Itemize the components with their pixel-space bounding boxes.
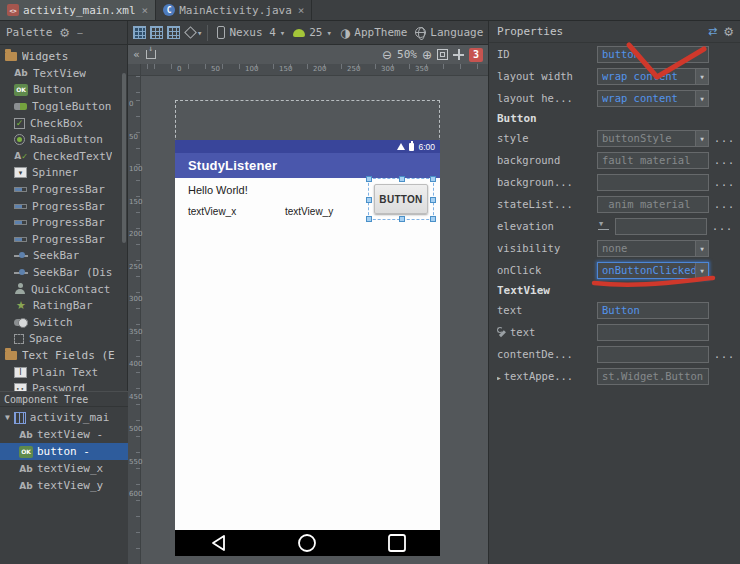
palette-item-radiobutton[interactable]: RadioButton <box>0 131 127 148</box>
close-icon[interactable]: × <box>142 4 149 17</box>
tree-item-button[interactable]: button - <box>0 443 128 460</box>
property-field-id[interactable]: button <box>597 46 709 63</box>
tree-item-textview[interactable]: textView - <box>0 426 128 443</box>
tree-item-activity-mai[interactable]: ▼activity_mai <box>0 409 128 426</box>
palette-group-widgets[interactable]: Widgets <box>0 48 127 65</box>
palette-item-progressbar[interactable]: ProgressBar <box>0 181 127 198</box>
tree-item-label: textView - <box>37 428 103 441</box>
resize-handle[interactable] <box>366 216 372 222</box>
palette-item-checkedtextv[interactable]: CheckedTextV <box>0 148 127 165</box>
property-field-layout-width[interactable]: wrap_content <box>597 68 709 85</box>
status-bar: 6:00 <box>175 140 440 153</box>
more-options-button[interactable]: ... <box>714 133 735 144</box>
palette-item-ratingbar[interactable]: RatingBar <box>0 297 127 314</box>
pan-icon[interactable] <box>453 49 464 60</box>
property-label: style <box>497 132 593 144</box>
property-field-onclick[interactable]: onButtonClicked <box>597 262 709 279</box>
chevron-down-icon[interactable] <box>695 69 708 84</box>
home-nav-icon[interactable] <box>299 535 315 551</box>
palette-item-progressbar[interactable]: ProgressBar <box>0 231 127 248</box>
chevron-down-icon[interactable] <box>197 26 202 39</box>
error-count-badge[interactable]: 3 <box>469 48 483 62</box>
device-selector[interactable]: Nexus 4 <box>217 26 285 39</box>
close-icon[interactable]: × <box>298 4 305 17</box>
back-icon[interactable] <box>133 48 140 61</box>
tab-activity-main-xml[interactable]: activity_main.xml × <box>0 0 156 20</box>
more-options-button[interactable]: ... <box>714 155 735 166</box>
both-modes-icon[interactable] <box>167 26 180 39</box>
property-field-style[interactable]: buttonStyle <box>597 130 709 147</box>
palette-item-spinner[interactable]: Spinner <box>0 165 127 182</box>
more-options-button[interactable]: ... <box>712 221 733 232</box>
more-options-button[interactable]: ... <box>714 199 735 210</box>
property-field-contentde[interactable] <box>597 346 709 363</box>
property-label-text: visibility <box>497 242 560 254</box>
property-field-visibility[interactable]: none <box>597 240 709 257</box>
palette-group-text-fields-e[interactable]: Text Fields (E <box>0 347 127 364</box>
device-screen[interactable]: 6:00 StudyListener Hello World! textView… <box>175 140 440 556</box>
palette-scrollbar[interactable] <box>122 73 126 243</box>
textview-icon <box>19 462 33 475</box>
property-field-background[interactable]: fault_material <box>597 152 709 169</box>
folder-icon <box>5 52 17 61</box>
property-field-statelist[interactable]: _anim_material <box>597 196 709 213</box>
palette-item-progressbar[interactable]: ProgressBar <box>0 198 127 215</box>
switch-view-icon[interactable] <box>708 25 717 38</box>
textview-hello-world[interactable]: Hello World! <box>188 184 248 196</box>
property-field-textappe[interactable]: st.Widget.Button <box>597 368 709 385</box>
palette-item-seekbar[interactable]: SeekBar <box>0 248 127 265</box>
property-label-text: text <box>497 304 522 316</box>
property-value: wrap_content <box>602 70 695 82</box>
more-options-button[interactable]: ... <box>714 349 735 360</box>
resize-handle[interactable] <box>399 216 405 222</box>
theme-selector[interactable]: AppTheme <box>340 26 407 40</box>
palette-item-plain-text[interactable]: Plain Text <box>0 364 127 381</box>
minimize-icon[interactable] <box>77 26 82 39</box>
palette-item-checkbox[interactable]: CheckBox <box>0 115 127 132</box>
property-field-text[interactable] <box>597 324 709 341</box>
gear-icon[interactable] <box>59 26 70 40</box>
palette-item-progressbar[interactable]: ProgressBar <box>0 214 127 231</box>
design-mode-icon[interactable] <box>133 26 146 39</box>
api-level-selector[interactable]: 25 <box>293 26 332 39</box>
property-field-elevation[interactable] <box>615 218 707 235</box>
blueprint-mode-icon[interactable] <box>150 26 163 39</box>
palette-item-switch[interactable]: Switch <box>0 314 127 331</box>
resize-handle[interactable] <box>430 197 436 203</box>
tree-item-textview-y[interactable]: textView_y <box>0 477 128 494</box>
textview-x[interactable]: textView_x <box>188 206 236 217</box>
palette-item-textview[interactable]: TextView <box>0 65 127 82</box>
tree-item-textview-x[interactable]: textView_x <box>0 460 128 477</box>
palette-item-password[interactable]: Password <box>0 381 127 391</box>
palette-item-button[interactable]: Button <box>0 82 127 99</box>
chevron-expanded-icon[interactable]: ▼ <box>5 413 10 422</box>
chevron-down-icon[interactable] <box>695 263 708 278</box>
back-nav-icon[interactable] <box>213 536 224 550</box>
textview-y[interactable]: textView_y <box>285 206 333 217</box>
palette-group-label: Text Fields (E <box>22 349 115 362</box>
tab-mainactivity-java[interactable]: MainActivity.java × <box>156 0 312 20</box>
zoom-fit-icon[interactable] <box>437 49 448 60</box>
resize-handle[interactable] <box>430 216 436 222</box>
variant-icon[interactable] <box>184 26 197 39</box>
language-selector[interactable]: Language <box>415 26 492 39</box>
chevron-down-icon[interactable] <box>695 91 708 106</box>
property-field-layout-he[interactable]: wrap_content <box>597 90 709 107</box>
gear-icon[interactable] <box>723 25 734 39</box>
palette-item-quickcontact[interactable]: QuickContact <box>0 281 127 298</box>
property-field-text[interactable]: Button <box>597 302 709 319</box>
design-surface[interactable]: 50% 3 050100150200250300350 050100150200… <box>128 45 488 564</box>
export-icon[interactable] <box>146 50 156 59</box>
recents-nav-icon[interactable] <box>389 535 405 551</box>
property-field-backgroun[interactable] <box>597 174 709 191</box>
more-options-button[interactable]: ... <box>714 177 735 188</box>
resize-handle[interactable] <box>366 197 372 203</box>
chevron-down-icon[interactable] <box>695 241 708 256</box>
palette-item-seekbar-dis[interactable]: SeekBar (Dis <box>0 264 127 281</box>
canvas-button[interactable]: BUTTON <box>374 184 428 214</box>
zoom-in-icon[interactable] <box>422 48 432 62</box>
zoom-out-icon[interactable] <box>382 48 392 62</box>
palette-item-togglebutton[interactable]: ToggleButton <box>0 98 127 115</box>
palette-item-space[interactable]: Space <box>0 331 127 348</box>
chevron-down-icon[interactable] <box>695 131 708 146</box>
